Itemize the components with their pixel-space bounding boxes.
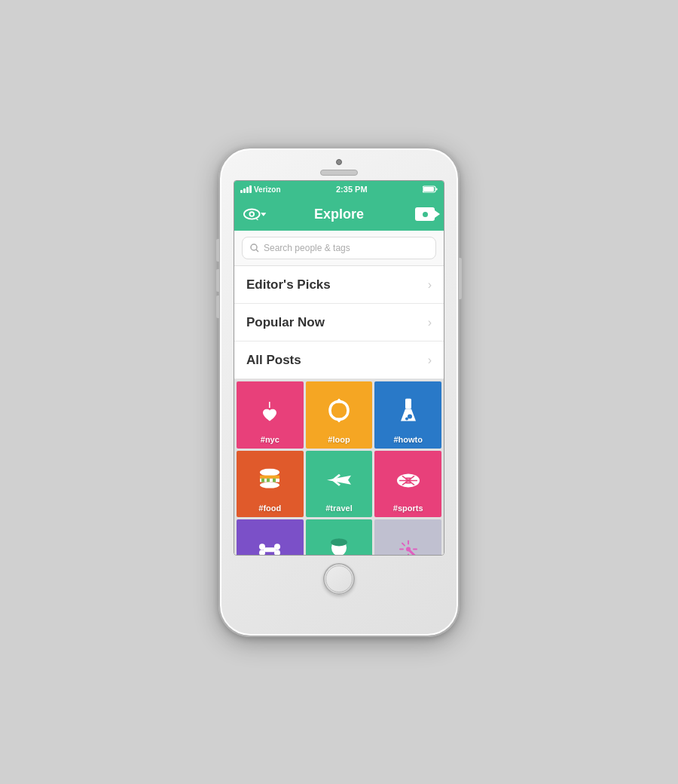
menu-item-label: Editor's Picks xyxy=(246,277,331,292)
phone-frame: Verizon 2:35 PM xyxy=(218,147,460,637)
svg-line-9 xyxy=(256,250,258,252)
time-label: 2:35 PM xyxy=(336,185,368,194)
svg-point-5 xyxy=(250,213,253,216)
svg-rect-18 xyxy=(261,479,264,482)
tag-label: #loop xyxy=(328,435,350,444)
menu-item-label: All Posts xyxy=(246,353,301,368)
acorn-icon xyxy=(329,537,349,556)
tag-tile-magic[interactable]: #magic xyxy=(374,519,441,556)
svg-point-25 xyxy=(259,550,265,556)
nav-bar: Explore xyxy=(234,198,444,231)
loop-icon xyxy=(327,399,351,423)
svg-point-8 xyxy=(251,244,257,250)
carrier-label: Verizon xyxy=(254,185,281,194)
phone-screen: Verizon 2:35 PM xyxy=(234,180,444,556)
status-bar: Verizon 2:35 PM xyxy=(234,181,444,198)
tag-label: #sports xyxy=(393,504,423,513)
burger-icon xyxy=(258,469,282,492)
phone-bottom xyxy=(323,563,355,595)
home-button[interactable] xyxy=(323,563,355,595)
chevron-right-icon: › xyxy=(428,316,432,329)
svg-rect-20 xyxy=(273,479,276,482)
tag-tile-pets[interactable]: #pets xyxy=(237,519,304,556)
search-bar[interactable]: Search people & tags xyxy=(242,237,436,259)
svg-rect-12 xyxy=(405,399,411,409)
search-container: Search people & tags xyxy=(234,231,444,266)
svg-point-27 xyxy=(274,550,280,556)
dropdown-arrow-icon xyxy=(261,211,267,217)
heart-icon xyxy=(262,409,277,423)
svg-point-26 xyxy=(274,544,280,550)
video-button[interactable] xyxy=(412,207,435,221)
menu-item-popular-now[interactable]: Popular Now › xyxy=(234,304,444,341)
menu-item-all-posts[interactable]: All Posts › xyxy=(234,341,444,379)
tag-grid: I #nyc #loop xyxy=(234,379,444,556)
tag-label: #howto xyxy=(393,435,423,444)
phone-top xyxy=(220,149,458,176)
menu-item-label: Popular Now xyxy=(246,315,325,330)
tag-tile-howto[interactable]: #howto xyxy=(374,381,441,449)
chevron-right-icon: › xyxy=(428,354,432,367)
svg-point-15 xyxy=(260,469,279,476)
status-left: Verizon xyxy=(240,185,281,194)
home-button-inner xyxy=(325,565,353,593)
tag-label: #travel xyxy=(325,504,352,513)
svg-point-24 xyxy=(259,544,265,550)
svg-rect-23 xyxy=(264,547,276,552)
svg-point-21 xyxy=(260,482,279,488)
tag-tile-food[interactable]: #food xyxy=(237,451,304,518)
tag-label: #food xyxy=(258,504,281,513)
tag-tile-loop[interactable]: #loop xyxy=(306,381,373,449)
bone-icon xyxy=(258,541,282,556)
signal-icon xyxy=(240,185,252,193)
search-icon xyxy=(250,243,259,253)
nav-title: Explore xyxy=(266,207,412,222)
svg-rect-2 xyxy=(423,187,434,191)
speaker-grille xyxy=(320,170,358,176)
flask-icon xyxy=(398,399,419,423)
svg-point-13 xyxy=(408,415,412,419)
search-placeholder: Search people & tags xyxy=(264,243,350,253)
menu-item-editors-picks[interactable]: Editor's Picks › xyxy=(234,266,444,304)
battery-icon xyxy=(423,185,438,193)
svg-point-14 xyxy=(405,418,408,421)
tag-tile-sports[interactable]: #sports xyxy=(374,451,441,518)
tag-tile-travel[interactable]: #travel xyxy=(306,451,373,518)
status-right xyxy=(423,185,438,193)
video-dot xyxy=(423,212,428,217)
tag-tile-nature[interactable]: #nature xyxy=(306,519,373,556)
menu-list: Editor's Picks › Popular Now › All Posts… xyxy=(234,266,444,379)
svg-point-32 xyxy=(406,547,411,551)
svg-rect-17 xyxy=(260,476,279,479)
svg-line-37 xyxy=(402,543,405,545)
eye-button[interactable] xyxy=(243,208,266,220)
camera-dot xyxy=(336,159,342,165)
tag-tile-nyc[interactable]: I #nyc xyxy=(237,381,304,449)
svg-rect-1 xyxy=(436,188,438,191)
airplane-icon xyxy=(325,470,353,491)
football-icon xyxy=(396,472,421,488)
svg-rect-30 xyxy=(337,538,341,542)
svg-marker-7 xyxy=(261,213,267,216)
tag-label: #nyc xyxy=(261,435,279,444)
svg-rect-19 xyxy=(267,479,270,482)
eye-icon xyxy=(243,208,261,220)
video-camera-icon xyxy=(415,207,435,221)
chevron-right-icon: › xyxy=(428,278,432,292)
magic-wand-icon xyxy=(397,537,420,556)
